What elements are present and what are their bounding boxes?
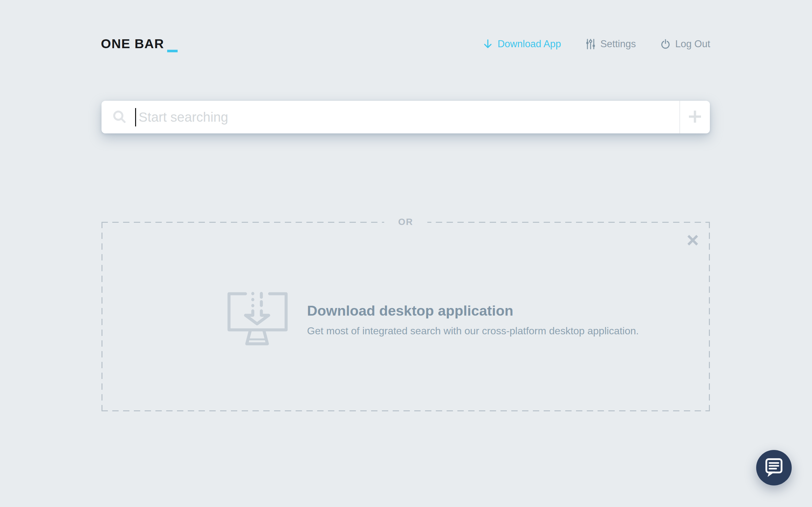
search-icon — [113, 110, 126, 124]
sliders-icon — [586, 39, 595, 49]
nav-item-label: Download App — [498, 38, 561, 50]
close-icon — [687, 242, 699, 247]
promo-title: Download desktop application — [307, 303, 639, 319]
download-promo-panel: OR Download desktop ap — [101, 222, 710, 411]
promo-description: Get most of integrated search with our c… — [307, 325, 639, 338]
promo-content: Download desktop application Get most of… — [101, 222, 710, 411]
promo-text-block: Download desktop application Get most of… — [307, 303, 639, 337]
header: ONE BAR Download App — [101, 38, 710, 50]
nav-item-log-out[interactable]: Log Out — [661, 38, 710, 50]
add-button[interactable] — [679, 101, 710, 133]
logo-text: ONE BAR — [101, 38, 164, 50]
logo: ONE BAR — [101, 38, 177, 50]
nav-item-download-app[interactable]: Download App — [483, 38, 561, 50]
chat-fab-button[interactable] — [756, 450, 792, 486]
close-button[interactable] — [687, 234, 699, 246]
arrow-down-icon — [483, 39, 493, 49]
nav-item-settings[interactable]: Settings — [586, 38, 636, 50]
top-nav: Download App Settings — [483, 38, 710, 50]
logo-underscore — [167, 50, 177, 52]
plus-icon — [688, 110, 702, 124]
nav-item-label: Log Out — [675, 38, 710, 50]
desktop-download-icon — [225, 291, 289, 349]
search-bar — [101, 101, 710, 133]
search-input[interactable] — [136, 101, 679, 133]
chat-bubble-icon — [765, 458, 783, 478]
nav-item-label: Settings — [600, 38, 636, 50]
or-divider-label: OR — [384, 217, 427, 227]
power-icon — [661, 39, 670, 49]
